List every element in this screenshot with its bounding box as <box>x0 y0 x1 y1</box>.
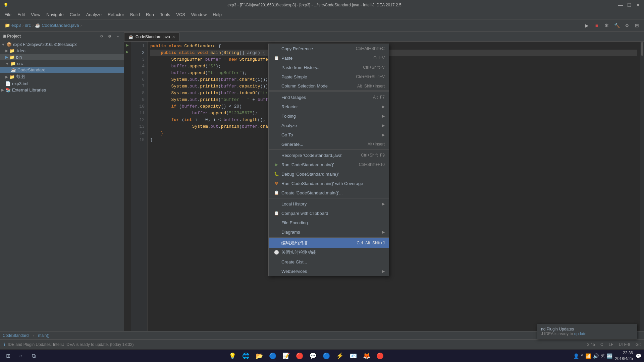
cm-column-selection[interactable]: Column Selection Mode Alt+Shift+Insert <box>269 81 389 91</box>
taskbar-app5[interactable]: 📝 <box>280 351 292 361</box>
code-content[interactable]: public class CodeStandard { public stati… <box>148 42 640 339</box>
menu-build[interactable]: Build <box>127 11 143 18</box>
tray-network[interactable]: 📶 <box>585 353 591 359</box>
tray-icon-extra[interactable]: 🔤 <box>607 353 612 359</box>
search-button[interactable]: ○ <box>15 351 26 361</box>
sidebar-item-bin[interactable]: ▶ 📁 bin <box>0 54 124 60</box>
tray-language[interactable]: 英 <box>601 353 605 359</box>
breadcrumb-project[interactable]: exp3 <box>11 23 21 28</box>
line-num-5: 5 <box>131 70 147 76</box>
cm-run[interactable]: ▶ Run 'CodeStandard.main()' Ctrl+Shift+F… <box>269 160 389 169</box>
cm-run-coverage[interactable]: ❇ Run 'CodeStandard.main()' with Coverag… <box>269 179 389 188</box>
cm-paste-simple[interactable]: Paste Simple Ctrl+Alt+Shift+V <box>269 72 389 81</box>
cm-refactor[interactable]: Refactor ▶ <box>269 102 389 111</box>
cm-file-encoding[interactable]: File Encoding <box>269 218 389 227</box>
taskbar-intellij[interactable]: 💡 <box>226 351 238 361</box>
menu-tools[interactable]: Tools <box>157 11 173 18</box>
taskbar-app6[interactable]: 🔴 <box>293 351 306 361</box>
maximize-button[interactable]: ❐ <box>627 2 632 8</box>
taskbar-app7[interactable]: 💬 <box>307 351 319 361</box>
cm-paste[interactable]: 📋 Paste Ctrl+V <box>269 53 389 63</box>
menu-help[interactable]: Help <box>210 11 224 18</box>
tab-close[interactable]: ✕ <box>172 35 175 39</box>
taskbar-app3[interactable]: 📂 <box>253 351 265 361</box>
menu-analyze[interactable]: Analyze <box>84 11 104 18</box>
cm-diagrams[interactable]: Diagrams ▶ <box>269 227 389 237</box>
menu-file[interactable]: File <box>2 11 14 18</box>
task-view-button[interactable]: ⧉ <box>28 351 39 361</box>
update-link[interactable]: update <box>574 331 587 336</box>
run-arrow-1[interactable]: ▶ <box>124 42 131 48</box>
sidebar-title: ⊞ Project <box>3 34 21 39</box>
sidebar-settings[interactable]: ⚙ <box>106 33 113 40</box>
cm-find-usages[interactable]: Find Usages Alt+F7 <box>269 93 389 102</box>
menu-edit[interactable]: Edit <box>15 11 28 18</box>
menu-vcs[interactable]: VCS <box>173 11 188 18</box>
tray-icon-2[interactable]: ^ <box>581 353 583 359</box>
cm-webservices[interactable]: WebServices ▶ <box>269 266 389 276</box>
cm-recompile[interactable]: Recompile 'CodeStandard.java' Ctrl+Shift… <box>269 150 389 160</box>
menu-refactor[interactable]: Refactor <box>105 11 127 18</box>
scroll-thumb[interactable] <box>641 42 643 56</box>
menu-window[interactable]: Window <box>189 11 209 18</box>
editor-scrollbar[interactable] <box>640 42 644 339</box>
sidebar-item-exp3[interactable]: ▼ 📦 exp3 F:\Git\java\20165318test\exp3 <box>0 41 124 48</box>
sidebar-header: ⊞ Project ⟳ ⚙ − <box>0 32 124 41</box>
cm-local-history[interactable]: Local History ▶ <box>269 199 389 208</box>
taskbar-app12[interactable]: 🔴 <box>374 351 386 361</box>
sidebar-item-iml[interactable]: 📄 exp3.iml <box>0 80 124 87</box>
status-lf: LF <box>609 342 613 347</box>
sidebar-item-codestandard[interactable]: ☕ CodeStandard <box>0 67 124 73</box>
menu-run[interactable]: Run <box>143 11 157 18</box>
cm-copy-reference[interactable]: Copy Reference Ctrl+Alt+Shift+C <box>269 44 389 53</box>
cm-folding[interactable]: Folding ▶ <box>269 111 389 121</box>
taskbar-app8[interactable]: 🔵 <box>320 351 332 361</box>
cm-goto[interactable]: Go To ▶ <box>269 130 389 139</box>
sidebar-sync[interactable]: ⟳ <box>98 33 105 40</box>
taskbar-app2[interactable]: 🌐 <box>240 351 252 361</box>
notification-tray[interactable]: 💬 <box>636 353 641 359</box>
folding-icon <box>273 113 279 119</box>
sidebar-tree: ▼ 📦 exp3 F:\Git\java\20165318test\exp3 ▶… <box>0 41 124 339</box>
toolbar-coverage[interactable]: ❇ <box>602 21 611 30</box>
toolbar-split[interactable]: ⊞ <box>633 21 641 30</box>
sidebar-item-screenshots[interactable]: ▶ 📁 截图 <box>0 73 124 80</box>
start-button[interactable]: ⊞ <box>3 351 13 361</box>
sidebar-collapse[interactable]: − <box>114 33 121 40</box>
run-arrow-2[interactable]: ▶ <box>124 48 131 55</box>
toolbar-run-debug[interactable]: ▶ <box>582 21 591 30</box>
toolbar-settings[interactable]: ⚙ <box>623 21 631 30</box>
cm-generate[interactable]: Generate... Alt+Insert <box>269 139 389 149</box>
cm-close-realtime[interactable]: ⚪ 关闭实时检测功能 <box>269 248 389 257</box>
close-button[interactable]: ✕ <box>635 2 641 8</box>
tray-icon-1[interactable]: 👤 <box>573 353 579 359</box>
cm-create[interactable]: 📋 Create 'CodeStandard.main()'... <box>269 188 389 197</box>
toolbar-build[interactable]: 🔨 <box>612 21 621 30</box>
cm-analyze[interactable]: Analyze ▶ <box>269 121 389 130</box>
taskbar-app11[interactable]: 🦊 <box>361 351 373 361</box>
cm-compare-clipboard[interactable]: 📋 Compare with Clipboard <box>269 208 389 218</box>
app-icon: 💡 <box>3 3 8 7</box>
line-num-10: 10 <box>131 103 147 110</box>
menu-view[interactable]: View <box>28 11 43 18</box>
cm-create-gist[interactable]: Create Gist... <box>269 257 389 266</box>
menu-code[interactable]: Code <box>67 11 83 18</box>
menu-navigate[interactable]: Navigate <box>44 11 66 18</box>
sidebar-item-idea[interactable]: ▶ 📁 .idea <box>0 48 124 54</box>
tab-codestandard[interactable]: ☕ CodeStandard.java ✕ <box>124 33 179 41</box>
cm-debug[interactable]: 🐛 Debug 'CodeStandard.main()' <box>269 169 389 179</box>
taskbar-app9[interactable]: ⚡ <box>334 351 346 361</box>
cm-paste-history[interactable]: Paste from History... Ctrl+Shift+V <box>269 63 389 72</box>
tray-volume[interactable]: 🔊 <box>593 353 599 359</box>
sidebar-item-external[interactable]: ▶ 📚 External Libraries <box>0 87 124 93</box>
webservices-icon <box>273 268 279 274</box>
taskbar-app10[interactable]: 📧 <box>347 351 359 361</box>
local-history-arrow: ▶ <box>382 202 385 206</box>
cm-code-scan[interactable]: 编码规约扫描 Ctrl+Alt+Shift+J <box>269 238 389 248</box>
sidebar-item-src[interactable]: ▼ 📁 src <box>0 60 124 67</box>
breadcrumb-file[interactable]: CodeStandard.java <box>42 23 79 28</box>
taskbar-app4[interactable]: 🔵 <box>267 351 279 361</box>
toolbar-stop[interactable]: ■ <box>592 21 601 30</box>
minimize-button[interactable]: — <box>618 2 623 8</box>
breadcrumb-src[interactable]: src <box>25 23 31 28</box>
